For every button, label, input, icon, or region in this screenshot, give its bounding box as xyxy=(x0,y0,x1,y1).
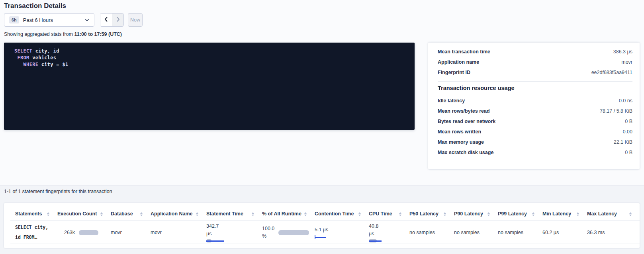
sql-keyword: WHERE xyxy=(23,62,39,67)
cell-statement-time: 342.7 µs xyxy=(206,221,262,244)
resource-value: 0.0 ns xyxy=(619,98,632,104)
resource-label: Mean rows written xyxy=(438,129,481,135)
sort-icon xyxy=(252,212,254,217)
panel-divider xyxy=(438,81,632,82)
summary-value: 386.3 µs xyxy=(613,49,632,55)
resource-value: 78.17 / 5.8 KiB xyxy=(600,108,632,114)
previous-time-button[interactable] xyxy=(100,14,112,26)
caption-time-range: 11:00 to 17:59 (UTC) xyxy=(74,31,122,37)
column-header-p50-latency[interactable]: P50 Latency xyxy=(409,211,454,221)
statements-table-header: Statements Execution Count Database Appl… xyxy=(4,203,640,221)
sort-icon xyxy=(399,212,401,217)
column-header-execution-count[interactable]: Execution Count xyxy=(57,211,111,221)
cell-p50-latency: no samples xyxy=(409,221,454,244)
statement-row: SELECT city, id FROM… 263k movr movr 342… xyxy=(4,221,640,244)
time-controls: 6h Past 6 Hours Now xyxy=(4,13,143,27)
resource-label: Max scratch disk usage xyxy=(438,150,493,155)
cell-contention-time: 5.1 µs xyxy=(315,221,369,244)
column-header-runtime-pct[interactable]: % of All Runtime xyxy=(262,211,315,221)
sql-keyword: SELECT xyxy=(14,48,32,54)
cell-database: movr xyxy=(111,221,151,244)
aggregated-stats-caption: Showing aggregated stats from 11:00 to 1… xyxy=(4,31,122,37)
sort-icon xyxy=(577,212,579,217)
cell-execution-count: 263k xyxy=(57,221,111,244)
time-range-badge: 6h xyxy=(9,16,19,23)
cell-application-name: movr xyxy=(151,221,206,244)
cell-runtime-pct: 100.0 % xyxy=(262,221,315,244)
runtime-pct-bar xyxy=(278,230,309,235)
chevron-right-icon xyxy=(116,17,120,23)
resource-row: Mean rows/bytes read 78.17 / 5.8 KiB xyxy=(438,106,632,116)
sql-line: WHERE city = $1 xyxy=(14,61,408,68)
chevron-left-icon xyxy=(104,17,108,23)
summary-row: Fingerprint ID ee2df683f5aa9411 xyxy=(438,67,632,78)
sql-indent xyxy=(14,55,18,61)
summary-label: Fingerprint ID xyxy=(438,70,470,75)
cell-min-latency: 60.2 µs xyxy=(542,221,587,244)
sql-keyword: FROM xyxy=(18,55,29,61)
column-header-min-latency[interactable]: Min Latency xyxy=(542,211,587,221)
cell-p99-latency: no samples xyxy=(498,221,542,244)
execution-count-bar xyxy=(79,230,98,235)
resource-label: Max memory usage xyxy=(438,139,484,145)
cell-statement[interactable]: SELECT city, id FROM… xyxy=(4,221,57,244)
cell-cpu-time: 40.8 µs xyxy=(369,221,409,244)
resource-label: Bytes read over network xyxy=(438,119,495,124)
now-button[interactable]: Now xyxy=(128,13,143,27)
resource-value: 0.00 xyxy=(623,129,632,135)
summary-label: Mean transaction time xyxy=(438,49,490,55)
summary-value: movr xyxy=(621,59,632,65)
column-header-cpu-time[interactable]: CPU Time xyxy=(369,211,409,221)
resource-usage-heading: Transaction resource usage xyxy=(438,85,632,91)
column-header-p99-latency[interactable]: P99 Latency xyxy=(498,211,542,221)
statements-table: Statements Execution Count Database Appl… xyxy=(4,203,640,248)
resource-row: Bytes read over network 0 B xyxy=(438,116,632,127)
column-header-contention-time[interactable]: Contention Time xyxy=(315,211,369,221)
statement-fingerprints-caption: 1-1 of 1 statement fingerprints for this… xyxy=(4,189,112,194)
resource-row: Mean rows written 0.00 xyxy=(438,127,632,137)
time-step-buttons xyxy=(100,13,124,27)
summary-value: ee2df683f5aa9411 xyxy=(591,70,632,75)
time-range-label: Past 6 Hours xyxy=(23,17,53,23)
sort-icon xyxy=(304,212,307,217)
transaction-details-page: Transaction Details 6h Past 6 Hours Now … xyxy=(0,0,644,254)
contention-time-bar xyxy=(315,235,327,239)
resource-label: Mean rows/bytes read xyxy=(438,108,490,114)
column-header-statement-time[interactable]: Statement Time xyxy=(206,211,262,221)
sql-text: city, id xyxy=(32,48,59,54)
sort-icon xyxy=(444,212,446,217)
column-header-application-name[interactable]: Application Name xyxy=(151,211,206,221)
sql-text: vehicles xyxy=(29,55,57,61)
statement-time-bar xyxy=(206,239,226,243)
cpu-time-bar xyxy=(369,239,383,243)
sort-icon xyxy=(47,212,49,217)
sql-line: SELECT city, id xyxy=(14,48,408,55)
sort-icon xyxy=(196,212,198,217)
resource-value: 0 B xyxy=(625,119,632,124)
sort-icon xyxy=(532,212,534,217)
resource-row: Max memory usage 22.1 KiB xyxy=(438,137,632,147)
resource-value: 0 B xyxy=(625,150,632,155)
resource-label: Idle latency xyxy=(438,98,465,104)
page-title: Transaction Details xyxy=(4,2,66,10)
cell-p90-latency: no samples xyxy=(454,221,498,244)
caption-prefix: Showing aggregated stats from xyxy=(4,31,74,37)
summary-row: Application name movr xyxy=(438,57,632,67)
cell-max-latency: 36.3 ms xyxy=(587,221,640,244)
resource-value: 22.1 KiB xyxy=(614,139,632,145)
resource-row: Idle latency 0.0 ns xyxy=(438,96,632,106)
sql-indent xyxy=(14,62,23,67)
summary-row: Mean transaction time 386.3 µs xyxy=(438,47,632,57)
time-range-dropdown[interactable]: 6h Past 6 Hours xyxy=(4,13,94,27)
transaction-summary-panel: Mean transaction time 386.3 µs Applicati… xyxy=(428,43,640,169)
next-time-button[interactable] xyxy=(112,14,123,26)
sort-icon xyxy=(629,212,632,217)
sort-icon xyxy=(487,212,490,217)
column-header-statements[interactable]: Statements xyxy=(4,211,57,221)
column-header-database[interactable]: Database xyxy=(111,211,151,221)
column-header-p90-latency[interactable]: P90 Latency xyxy=(454,211,498,221)
sort-icon xyxy=(100,212,103,217)
chevron-down-icon xyxy=(85,18,89,22)
column-header-max-latency[interactable]: Max Latency xyxy=(587,211,640,221)
sql-text: city = $1 xyxy=(38,62,68,67)
